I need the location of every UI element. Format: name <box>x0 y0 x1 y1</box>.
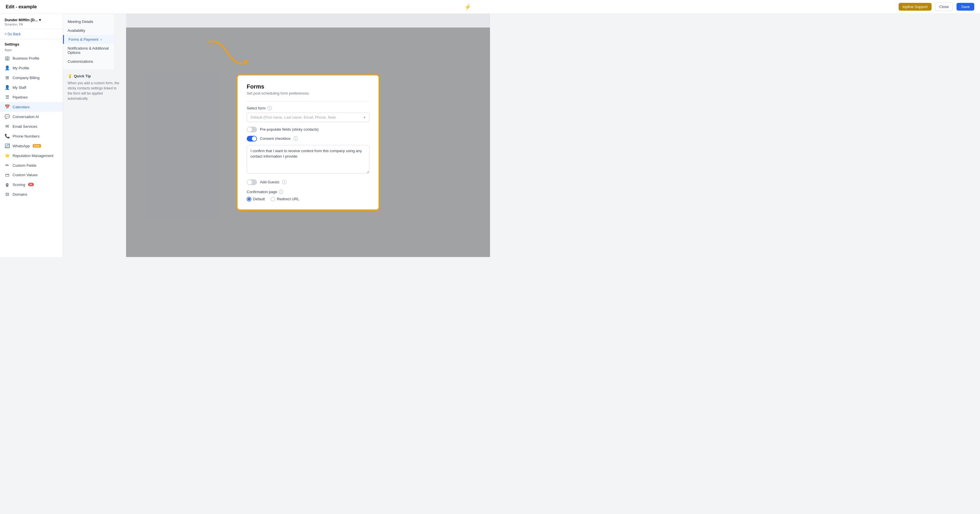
sidebar-item-label: Calendars <box>13 105 30 109</box>
sidebar-item-my-staff[interactable]: 👤 My Staff <box>0 83 63 92</box>
toggle-thumb <box>247 127 252 132</box>
sidebar-item-label: Email Services <box>13 124 37 129</box>
sidebar-item-label: Conversation AI <box>13 115 39 119</box>
sidebar-item-label: Domains <box>13 192 27 197</box>
sidebar-item-reputation-management[interactable]: ⭐ Reputation Management <box>0 151 63 161</box>
sidebar-item-label: My Staff <box>13 85 26 90</box>
sidebar-item-business-profile[interactable]: 🏢 Business Profile <box>0 53 63 63</box>
select-form-dropdown[interactable]: Default (First name, Last name, Email, P… <box>247 113 369 122</box>
beta-badge: beta <box>33 144 41 148</box>
add-guests-label: Add Guests <box>260 180 279 184</box>
sidebar-item-label: Phone Numbers <box>13 134 40 138</box>
sidebar-company: Dunder Mifflin [D... ▾ Scranton, PA <box>0 14 63 29</box>
sidebar-item-label: Company Billing <box>13 76 40 80</box>
radio-default[interactable]: Default <box>247 197 265 201</box>
pre-populate-toggle[interactable] <box>247 127 257 132</box>
consent-textarea[interactable]: I confirm that I want to receive content… <box>247 145 369 173</box>
settings-section-title: Settings <box>0 39 63 48</box>
email-icon: ✉ <box>5 124 10 129</box>
scoring-badge: 85 <box>28 183 34 186</box>
go-back-link[interactable]: < Go Back <box>0 29 63 39</box>
chevron-down-icon[interactable]: ▾ <box>39 18 41 22</box>
dropdown-arrow-icon: ▾ <box>364 115 366 119</box>
pre-populate-label: Pre-populate fields (sticky contacts) <box>260 127 319 132</box>
confirmation-page-label: Confirmation page i <box>247 190 369 194</box>
sidebar-item-domains[interactable]: ⊟ Domains <box>0 189 63 199</box>
add-guests-toggle[interactable] <box>247 179 257 185</box>
radio-circle-default <box>247 197 251 201</box>
pipelines-icon: ☰ <box>5 95 10 100</box>
divider <box>247 101 369 102</box>
consent-toggle[interactable] <box>247 136 257 142</box>
sidebar-item-my-profile[interactable]: 👤 My Profile <box>0 63 63 73</box>
select-form-placeholder: Default (First name, Last name, Email, P… <box>250 115 336 119</box>
subnav-forms-payment[interactable]: Forms & Payment › <box>63 35 115 44</box>
forms-modal: Forms Set post-scheduling form preferenc… <box>236 74 380 211</box>
main-content: Meeting Details Availability Forms & Pay… <box>63 14 490 257</box>
header-center: ⚡ <box>464 3 471 10</box>
sub-navigation: Meeting Details Availability Forms & Pay… <box>63 14 115 69</box>
modal-subtitle: Set post-scheduling form preferences. <box>247 91 369 95</box>
modal-title: Forms <box>247 83 369 90</box>
radio-dot <box>248 198 250 200</box>
subnav-availability[interactable]: Availability <box>63 26 115 35</box>
radio-group: Default Redirect URL <box>247 197 369 201</box>
radio-redirect-label: Redirect URL <box>277 197 299 201</box>
sidebar-item-custom-values[interactable]: 🗃 Custom Values <box>0 170 63 180</box>
app-header: Edit - example ⚡ topline Support Close S… <box>0 0 490 14</box>
sidebar-item-label: Custom Fields <box>13 163 37 168</box>
modal-overlay: Forms Set post-scheduling form preferenc… <box>126 27 490 257</box>
building-icon: 🏢 <box>5 56 10 61</box>
billing-icon: ⊞ <box>5 75 10 80</box>
radio-redirect[interactable]: Redirect URL <box>270 197 299 201</box>
sidebar-item-company-billing[interactable]: ⊞ Company Billing <box>0 73 63 83</box>
sidebar-item-pipelines[interactable]: ☰ Pipelines <box>0 92 63 102</box>
sidebar-item-email-services[interactable]: ✉ Email Services <box>0 121 63 131</box>
radio-circle-redirect <box>270 197 275 201</box>
consent-checkbox-row: Consent checkbox i <box>247 136 369 142</box>
user-icon: 👤 <box>5 65 10 70</box>
select-form-info-icon[interactable]: i <box>267 106 272 110</box>
svg-marker-0 <box>243 60 248 65</box>
sidebar-item-label: Pipelines <box>13 95 28 99</box>
quick-tip-title: 💡 Quick Tip <box>68 74 121 78</box>
company-name: Dunder Mifflin [D... ▾ <box>5 18 58 22</box>
sidebar-item-whatsapp[interactable]: 🔄 WhatsApp beta <box>0 141 63 151</box>
lightbulb-icon: 💡 <box>68 74 72 78</box>
sidebar-item-label: WhatsApp <box>13 144 30 148</box>
subnav-meeting-details[interactable]: Meeting Details <box>63 17 115 26</box>
company-location: Scranton, PA <box>5 22 58 26</box>
add-guests-row: Add Guests i <box>247 179 369 185</box>
subnav-notifications[interactable]: Notifications & Additional Options <box>63 44 115 57</box>
sidebar-item-label: Scoring <box>13 183 25 187</box>
pencil-icon: ✏ <box>5 163 10 168</box>
sidebar-item-conversation-ai[interactable]: 💬 Conversation AI <box>0 112 63 121</box>
radio-default-label: Default <box>253 197 265 201</box>
bolt-icon: ⚡ <box>464 3 471 10</box>
sidebar: Dunder Mifflin [D... ▾ Scranton, PA < Go… <box>0 14 63 257</box>
calendar-icon: 📅 <box>5 104 10 110</box>
sidebar-item-label: Custom Values <box>13 173 38 177</box>
sidebar-item-phone-numbers[interactable]: 📞 Phone Numbers <box>0 131 63 141</box>
arrow-annotation <box>199 36 251 70</box>
chat-icon: 💬 <box>5 114 10 119</box>
quick-tip-text: When you add a custom form, the sticky c… <box>68 81 121 101</box>
sub-nav-panel: Meeting Details Availability Forms & Pay… <box>63 14 126 257</box>
sidebar-item-scoring[interactable]: g Scoring 85 <box>0 180 63 189</box>
select-form-label: Select form i <box>247 106 369 110</box>
domains-icon: ⊟ <box>5 192 10 197</box>
staff-icon: 👤 <box>5 85 10 90</box>
confirmation-info-icon[interactable]: i <box>279 190 283 194</box>
toggle-thumb <box>252 136 256 141</box>
scoring-icon: g <box>5 182 10 187</box>
pre-populate-row: Pre-populate fields (sticky contacts) <box>247 127 369 132</box>
subnav-customizations[interactable]: Customizations <box>63 57 115 66</box>
sidebar-item-label: Business Profile <box>13 56 39 60</box>
consent-info-icon[interactable]: i <box>293 136 298 141</box>
sidebar-item-custom-fields[interactable]: ✏ Custom Fields <box>0 161 63 170</box>
sidebar-item-calendars[interactable]: 📅 Calendars <box>0 102 63 112</box>
toggle-thumb <box>247 180 252 185</box>
add-guests-info-icon[interactable]: i <box>282 180 286 184</box>
sidebar-item-label: Reputation Management <box>13 154 53 158</box>
page-title: Edit - example <box>6 4 37 10</box>
